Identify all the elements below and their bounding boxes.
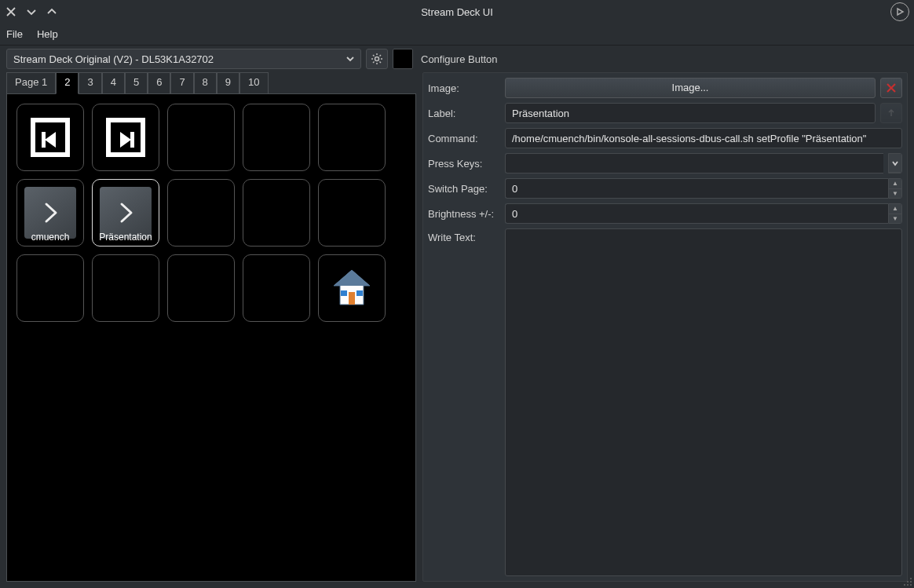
svg-point-27 [910,584,912,586]
gear-icon [371,53,383,65]
svg-point-23 [907,581,909,583]
tab-page-2[interactable]: 2 [56,72,79,94]
configure-header: Configure Button [421,53,498,65]
chevron-down-icon [892,160,898,166]
brightness-up[interactable]: ▲ [889,204,901,214]
svg-rect-21 [356,290,363,296]
tab-page-8[interactable]: 8 [194,72,217,94]
deck-button-label: Präsentation [99,232,152,243]
maximize-icon[interactable] [46,5,58,18]
menu-help[interactable]: Help [37,28,58,40]
svg-point-0 [375,57,379,61]
page-tabs: Page 12345678910 [6,72,416,94]
app-logo-icon [890,2,909,21]
tab-page-9[interactable]: 9 [217,72,239,94]
svg-line-5 [373,55,375,57]
settings-button[interactable] [366,49,388,69]
presskeys-label: Press Keys: [428,158,500,170]
switchpage-input[interactable] [505,178,888,199]
titlebar: Stream Deck UI [0,0,914,24]
deck-button-4[interactable] [318,104,386,171]
command-input[interactable] [505,128,902,148]
deck-button-5[interactable]: cmuench [16,179,84,247]
svg-line-6 [380,62,382,64]
deck-button-2[interactable] [167,104,235,171]
close-icon[interactable] [5,5,17,18]
deck-area: cmuenchPräsentation [6,93,416,582]
tab-page-5[interactable]: 5 [125,72,148,94]
tab-page-6[interactable]: 6 [148,72,170,94]
deck-button-label: cmuench [31,232,70,243]
media-prev-icon [27,115,73,160]
configure-panel: Image: Image... Label: Command: Press Ke… [422,72,908,582]
svg-point-25 [904,584,905,586]
tab-page-10[interactable]: 10 [239,72,268,94]
menu-file[interactable]: File [6,28,23,40]
svg-line-7 [373,62,375,64]
minimize-icon[interactable] [25,5,38,18]
device-select[interactable]: Stream Deck Original (V2) - DL53K1A32702 [6,49,361,69]
switchpage-up[interactable]: ▲ [889,179,901,189]
deck-button-14[interactable] [318,254,386,322]
svg-rect-20 [341,290,347,296]
up-arrow-icon [887,108,896,118]
background-color-swatch[interactable] [393,49,413,69]
deck-button-1[interactable] [92,104,159,171]
svg-rect-16 [130,132,134,148]
svg-point-22 [910,578,912,579]
device-select-value: Stream Deck Original (V2) - DL53K1A32702 [13,53,214,65]
media-next-icon [103,115,148,160]
tab-page-7[interactable]: 7 [170,72,193,94]
brightness-down[interactable]: ▼ [889,214,901,224]
deck-pane: Page 12345678910 cmuenchPräsentation [6,72,416,582]
presskeys-input[interactable] [505,153,883,173]
deck-button-9[interactable] [318,179,386,247]
tab-page-Page-1[interactable]: Page 1 [6,72,56,94]
tab-page-4[interactable]: 4 [102,72,125,94]
switchpage-label: Switch Page: [428,183,500,195]
label-aux-button [880,103,902,123]
svg-point-24 [910,581,912,583]
deck-button-3[interactable] [243,104,310,171]
deck-button-11[interactable] [92,254,159,322]
writetext-input[interactable] [505,228,902,576]
toolbar: Stream Deck Original (V2) - DL53K1A32702… [0,46,914,72]
switchpage-down[interactable]: ▼ [889,189,901,199]
deck-button-0[interactable] [16,104,84,171]
svg-rect-19 [349,292,355,305]
resize-grip-icon[interactable] [901,575,912,586]
svg-rect-12 [42,132,46,148]
label-input[interactable] [505,103,876,123]
deck-button-13[interactable] [243,254,310,322]
svg-rect-10 [35,122,65,127]
image-button[interactable]: Image... [505,78,876,98]
remove-image-button[interactable] [880,78,902,98]
image-label: Image: [428,82,500,94]
home-icon [329,265,375,311]
window-title: Stream Deck UI [0,6,914,18]
svg-point-26 [907,584,909,586]
brightness-input[interactable] [505,203,888,224]
svg-line-8 [380,55,382,57]
svg-rect-14 [111,122,141,127]
brightness-label: Brightness +/-: [428,208,500,220]
deck-button-12[interactable] [167,254,235,322]
deck-button-10[interactable] [16,254,84,322]
deck-button-8[interactable] [243,179,310,247]
presskeys-dropdown-button[interactable] [889,154,901,173]
writetext-label: Write Text: [428,228,500,576]
deck-button-6[interactable]: Präsentation [92,179,159,247]
tab-page-3[interactable]: 3 [79,72,101,94]
menubar: File Help [0,24,914,46]
chevron-down-icon [346,55,354,63]
close-icon [886,82,897,93]
deck-button-7[interactable] [167,179,235,247]
command-label: Command: [428,133,500,144]
svg-marker-18 [334,270,370,286]
label-label: Label: [428,108,500,119]
